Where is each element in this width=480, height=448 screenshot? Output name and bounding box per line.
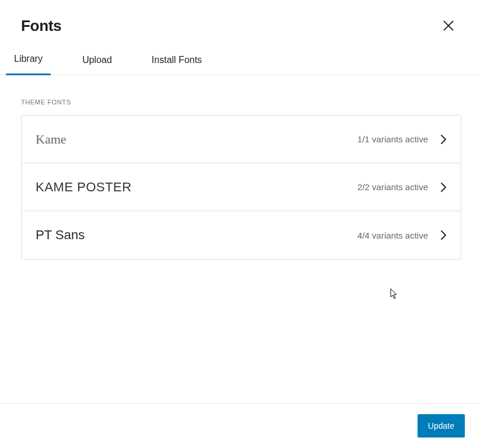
tab-install-fonts[interactable]: Install Fonts (144, 54, 210, 75)
font-row-kame[interactable]: Kame 1/1 variants active (22, 116, 461, 163)
font-row-kame-poster[interactable]: KAME POSTER 2/2 variants active (22, 163, 461, 211)
row-right: 1/1 variants active (357, 134, 449, 145)
cursor-icon (390, 288, 399, 302)
font-name: PT Sans (36, 228, 85, 243)
chevron-right-icon (439, 182, 449, 192)
content-area: THEME FONTS Kame 1/1 variants active KAM… (0, 75, 480, 260)
close-button[interactable] (438, 15, 459, 36)
tab-library[interactable]: Library (6, 54, 51, 75)
tabs: Library Upload Install Fonts (0, 42, 480, 75)
font-name: Kame (36, 132, 67, 147)
row-right: 2/2 variants active (357, 182, 449, 192)
font-variants: 4/4 variants active (357, 230, 428, 240)
dialog-title: Fonts (21, 17, 61, 35)
tab-upload[interactable]: Upload (74, 54, 120, 75)
font-name: KAME POSTER (36, 180, 131, 195)
update-button[interactable]: Update (418, 414, 465, 438)
font-variants: 1/1 variants active (357, 134, 428, 144)
font-list: Kame 1/1 variants active KAME POSTER 2/2… (21, 115, 461, 260)
section-label-theme-fonts: THEME FONTS (21, 99, 461, 106)
chevron-right-icon (439, 230, 449, 240)
chevron-right-icon (439, 134, 449, 145)
dialog-header: Fonts (0, 0, 480, 42)
row-right: 4/4 variants active (357, 230, 449, 240)
font-row-pt-sans[interactable]: PT Sans 4/4 variants active (22, 211, 461, 259)
dialog-footer: Update (0, 403, 480, 448)
font-variants: 2/2 variants active (357, 182, 428, 192)
close-icon (442, 19, 455, 32)
